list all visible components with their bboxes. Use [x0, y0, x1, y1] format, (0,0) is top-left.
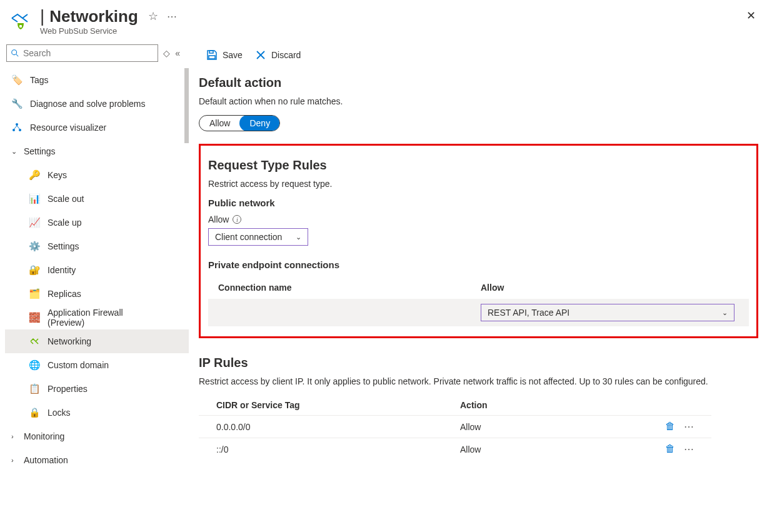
- firewall-icon: 🧱: [29, 312, 40, 323]
- delete-icon[interactable]: 🗑: [665, 443, 675, 455]
- visualizer-icon: [11, 122, 23, 133]
- replicas-icon: 🗂️: [29, 288, 40, 299]
- allow-label: Allow: [208, 214, 229, 224]
- default-action-heading: Default action: [199, 76, 767, 90]
- service-logo-icon: [10, 11, 31, 32]
- page-title: Networking: [49, 7, 138, 26]
- chevron-down-icon: ⌄: [11, 148, 20, 156]
- svg-rect-9: [209, 56, 215, 59]
- chevron-down-icon: ⌄: [296, 233, 301, 241]
- lock-icon: 🔒: [29, 407, 40, 418]
- discard-button[interactable]: Discard: [255, 49, 301, 61]
- svg-line-7: [17, 126, 19, 129]
- svg-point-1: [12, 50, 17, 55]
- wrench-icon: 🔧: [11, 98, 23, 109]
- sidebar-item-tags[interactable]: 🏷️ Tags: [5, 68, 189, 92]
- delete-icon[interactable]: 🗑: [665, 421, 675, 433]
- scrollbar[interactable]: [184, 68, 189, 143]
- public-network-heading: Public network: [208, 198, 749, 208]
- sidebar-item-scale-out[interactable]: 📊 Scale out: [5, 187, 189, 211]
- chevron-right-icon: ›: [11, 456, 20, 464]
- properties-icon: 📋: [29, 383, 40, 394]
- sidebar-group-label: Monitoring: [24, 431, 64, 441]
- sidebar-item-keys[interactable]: 🔑 Keys: [5, 163, 189, 187]
- col-allow: Allow: [481, 283, 739, 293]
- dropdown-value: Client connection: [215, 232, 282, 242]
- identity-icon: 🔐: [29, 264, 40, 276]
- default-action-subtitle: Default action when no rule matches.: [199, 96, 767, 106]
- collapse-sidebar-icon[interactable]: «: [175, 48, 180, 58]
- sidebar-item-label: Replicas: [48, 289, 81, 299]
- deny-option[interactable]: Deny: [239, 115, 280, 131]
- request-type-rules-highlight: Request Type Rules Restrict access by re…: [199, 144, 758, 338]
- sidebar-item-label: Resource visualizer: [30, 123, 106, 133]
- svg-rect-8: [209, 51, 213, 53]
- pe-allow-dropdown[interactable]: REST API, Trace API ⌄: [481, 304, 734, 321]
- sort-icon[interactable]: ◇: [163, 48, 170, 58]
- sidebar-item-label: Application Firewall (Preview): [48, 308, 160, 328]
- more-actions-icon[interactable]: ⋯: [167, 11, 177, 23]
- sidebar-item-label: Scale out: [48, 194, 84, 204]
- sidebar-item-label: Diagnose and solve problems: [30, 99, 145, 109]
- sidebar-item-label: Properties: [48, 384, 88, 394]
- discard-icon: [255, 49, 266, 61]
- private-endpoint-heading: Private endpoint connections: [208, 259, 749, 270]
- scale-up-icon: 📈: [29, 217, 40, 228]
- domain-icon: 🌐: [29, 359, 40, 371]
- sidebar-item-scale-up[interactable]: 📈 Scale up: [5, 211, 189, 234]
- svg-point-5: [19, 129, 21, 131]
- scale-out-icon: 📊: [29, 193, 40, 204]
- request-rules-heading: Request Type Rules: [208, 158, 749, 173]
- sidebar-item-replicas[interactable]: 🗂️ Replicas: [5, 282, 189, 306]
- sidebar-item-settings[interactable]: ⚙️ Settings: [5, 234, 189, 258]
- sidebar-item-custom-domain[interactable]: 🌐 Custom domain: [5, 353, 189, 377]
- dropdown-value: REST API, Trace API: [488, 308, 569, 318]
- sidebar-item-networking[interactable]: Networking: [5, 329, 189, 353]
- sidebar-item-label: Networking: [48, 336, 91, 346]
- sidebar-item-identity[interactable]: 🔐 Identity: [5, 258, 189, 282]
- sidebar-group-settings[interactable]: ⌄ Settings: [5, 139, 189, 163]
- search-field[interactable]: [23, 48, 154, 58]
- action-cell: Allow: [460, 444, 665, 454]
- service-type-label: Web PubSub Service: [40, 26, 177, 36]
- allow-option[interactable]: Allow: [199, 116, 240, 131]
- ip-rule-row: ::/0 Allow 🗑 ⋯: [199, 438, 711, 460]
- sidebar-item-label: Tags: [30, 75, 49, 85]
- title-divider: |: [40, 6, 44, 26]
- sidebar-item-locks[interactable]: 🔒 Locks: [5, 401, 189, 424]
- sidebar-group-monitoring[interactable]: › Monitoring: [5, 424, 189, 448]
- search-icon: [11, 49, 19, 58]
- sidebar-item-visualizer[interactable]: Resource visualizer: [5, 116, 189, 139]
- favorite-star-icon[interactable]: ☆: [148, 9, 158, 23]
- sidebar-item-firewall[interactable]: 🧱 Application Firewall (Preview): [5, 306, 189, 329]
- request-rules-subtitle: Restrict access by request type.: [208, 179, 749, 189]
- default-action-toggle[interactable]: Allow Deny: [199, 115, 280, 131]
- sidebar-search-input[interactable]: [6, 44, 158, 62]
- svg-line-6: [14, 126, 17, 129]
- chevron-down-icon: ⌄: [722, 309, 728, 317]
- public-allow-dropdown[interactable]: Client connection ⌄: [208, 228, 308, 246]
- save-icon: [206, 49, 218, 61]
- sidebar-group-label: Settings: [24, 146, 56, 156]
- chevron-right-icon: ›: [11, 433, 20, 440]
- sidebar-item-label: Scale up: [48, 218, 81, 228]
- sidebar-item-diagnose[interactable]: 🔧 Diagnose and solve problems: [5, 92, 189, 116]
- tag-icon: 🏷️: [11, 74, 23, 86]
- info-icon[interactable]: i: [233, 215, 241, 224]
- svg-rect-0: [19, 25, 22, 28]
- ip-rule-row: 0.0.0.0/0 Allow 🗑 ⋯: [199, 415, 711, 438]
- sidebar-item-label: Custom domain: [48, 360, 109, 370]
- cidr-cell: 0.0.0.0/0: [216, 422, 460, 432]
- sidebar-item-properties[interactable]: 📋 Properties: [5, 377, 189, 401]
- private-endpoint-row: REST API, Trace API ⌄: [208, 299, 749, 326]
- save-button[interactable]: Save: [206, 49, 243, 61]
- save-label: Save: [223, 50, 243, 60]
- sidebar-group-automation[interactable]: › Automation: [5, 448, 189, 472]
- more-icon[interactable]: ⋯: [684, 443, 694, 455]
- more-icon[interactable]: ⋯: [684, 421, 694, 433]
- discard-label: Discard: [271, 50, 301, 60]
- close-icon[interactable]: ✕: [746, 9, 756, 23]
- svg-line-2: [16, 54, 19, 57]
- gear-icon: ⚙️: [29, 241, 40, 252]
- col-action: Action: [460, 400, 694, 410]
